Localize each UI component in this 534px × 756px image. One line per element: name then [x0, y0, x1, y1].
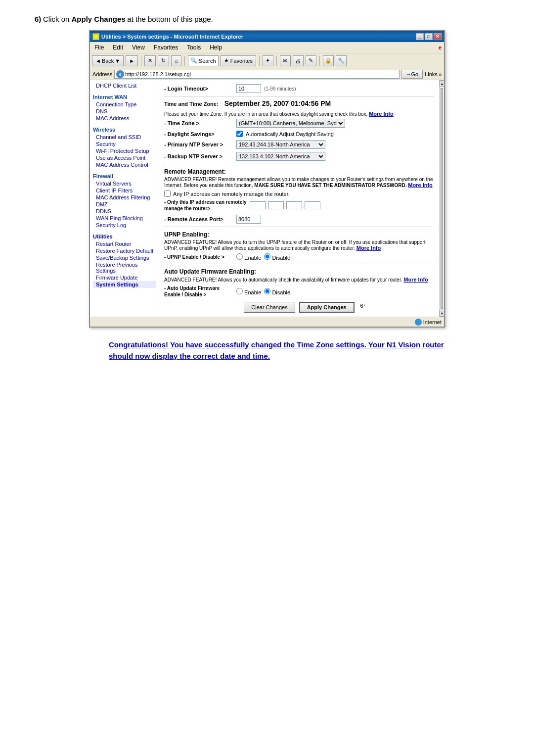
refresh-button[interactable]: ↻: [158, 55, 169, 66]
menu-file[interactable]: File: [92, 43, 106, 52]
sidebar-item-connection-type[interactable]: Connection Type: [93, 101, 156, 108]
print-button[interactable]: 🖨: [293, 55, 304, 66]
remote-more-info-link[interactable]: More Info: [408, 182, 433, 188]
menu-tools[interactable]: Tools: [185, 43, 203, 52]
timezone-select[interactable]: (GMT+10:00) Canberra, Melbourne, Sydney: [236, 119, 345, 128]
primary-ntp-select[interactable]: 192.43.244.18-North America: [236, 140, 325, 149]
auto-update-more-info-link[interactable]: More Info: [403, 277, 428, 283]
timezone-row: - Time Zone > (GMT+10:00) Canberra, Melb…: [164, 119, 434, 128]
remote-management-section: Remote Management: ADVANCED FEATURE! Rem…: [164, 168, 434, 224]
home-button[interactable]: ⌂: [171, 55, 181, 66]
auto-update-enable-radio[interactable]: [236, 288, 243, 294]
clear-changes-button[interactable]: Clear Changes: [244, 302, 295, 313]
media-button[interactable]: ✦: [263, 55, 273, 66]
apply-changes-label: Apply Changes: [307, 304, 347, 310]
auto-update-enable-text: Enable: [244, 289, 261, 295]
divider-1: [164, 96, 434, 96]
ip-box-4[interactable]: [305, 201, 320, 209]
sidebar-item-mac-address[interactable]: MAC Address: [93, 115, 156, 122]
sidebar-item-client-ip[interactable]: Client IP Filters: [93, 187, 156, 194]
daylight-checkbox[interactable]: [236, 131, 243, 137]
sidebar-item-security-log[interactable]: Security Log: [93, 222, 156, 229]
upnp-enable-radio[interactable]: [236, 253, 243, 260]
remote-any-ip-checkbox[interactable]: [164, 190, 171, 197]
home-icon: ⌂: [175, 58, 178, 64]
close-button[interactable]: ✕: [434, 33, 442, 40]
favorites-button[interactable]: ★ Favorites: [221, 55, 256, 66]
title-bar-content: e Utilities > System settings - Microsof…: [92, 33, 243, 40]
sidebar-item-dns[interactable]: DNS: [93, 108, 156, 115]
sidebar-item-system-settings[interactable]: System Settings: [93, 281, 156, 288]
sidebar-item-mac-filtering[interactable]: MAC Address Filtering: [93, 194, 156, 201]
sidebar-item-ddns[interactable]: DDNS: [93, 208, 156, 215]
sidebar-item-wifi-protected[interactable]: Wi-Fi Protected Setup: [93, 147, 156, 154]
search-icon: 🔍: [190, 57, 197, 64]
scroll-thumb[interactable]: [441, 88, 443, 309]
mail-button[interactable]: ✉: [280, 55, 291, 66]
login-timeout-input[interactable]: [236, 84, 261, 93]
ip-box-2[interactable]: [268, 201, 284, 209]
time-more-info-link[interactable]: More Info: [369, 111, 394, 117]
sidebar-item-dmz[interactable]: DMZ: [93, 201, 156, 208]
back-button[interactable]: ◄ Back ▼: [92, 55, 124, 66]
sidebar-item-channel-ssid[interactable]: Channel and SSID: [93, 134, 156, 141]
sidebar-item-dhcp[interactable]: DHCP Client List: [93, 82, 156, 89]
toolbar-sep1: [141, 56, 141, 66]
address-globe-icon: e: [116, 70, 124, 78]
minimize-button[interactable]: _: [416, 33, 424, 40]
go-label: Go: [411, 71, 419, 77]
auto-update-disable-radio[interactable]: [264, 288, 270, 294]
sidebar-item-firmware[interactable]: Firmware Update: [93, 274, 156, 281]
daylight-row: - Daylight Savings> Automatically Adjust…: [164, 131, 434, 137]
sidebar-item-save-backup[interactable]: Save/Backup Settings: [93, 254, 156, 261]
go-button[interactable]: → Go: [401, 70, 423, 79]
links-button[interactable]: Links »: [425, 71, 442, 77]
ip-box-3[interactable]: [286, 201, 302, 209]
menu-view[interactable]: View: [130, 43, 147, 52]
sidebar-item-factory-default[interactable]: Restore Factory Default: [93, 247, 156, 254]
sidebar-item-wan-ping[interactable]: WAN Ping Blocking: [93, 215, 156, 222]
step-number: 6): [35, 15, 41, 23]
time-note-text: Please set your time Zone. If you are in…: [164, 111, 367, 117]
maximize-button[interactable]: □: [425, 33, 433, 40]
remote-only-ip-row: - Only this IP address can remotelymanag…: [164, 199, 434, 212]
refresh-icon: ↻: [161, 57, 166, 64]
auto-update-enable-label: Enable: [236, 288, 261, 295]
sidebar-item-mac-control[interactable]: MAC Address Control: [93, 161, 156, 168]
tools-button[interactable]: 🔧: [336, 55, 347, 66]
toolbar-sep5: [319, 56, 320, 66]
apply-changes-button[interactable]: Apply Changes: [299, 302, 355, 313]
ip-input-group: . . .: [250, 201, 320, 209]
remote-port-input[interactable]: [236, 215, 261, 224]
auto-update-title: Auto Update Firmware Enabling:: [164, 268, 434, 275]
sidebar-item-restore-prev[interactable]: Restore Previous Settings: [93, 261, 156, 274]
remote-note-bold: MAKE SURE YOU HAVE SET THE ADMINISTRATOR…: [254, 183, 406, 188]
upnp-more-info-link[interactable]: More Info: [356, 245, 381, 251]
ip-box-1[interactable]: [250, 201, 266, 209]
search-box: 🔍 Search: [188, 55, 219, 66]
security-button[interactable]: 🔒: [323, 55, 334, 66]
browser-window: e Utilities > System settings - Microsof…: [89, 30, 445, 328]
menu-favorites[interactable]: Favorites: [152, 43, 180, 52]
forward-button[interactable]: ►: [126, 55, 138, 66]
sidebar-item-restart[interactable]: Restart Router: [93, 240, 156, 247]
address-input-container[interactable]: e http://192.168.2.1/setup.cgi: [114, 70, 399, 79]
menu-bar: File Edit View Favorites Tools Help e: [90, 42, 444, 53]
vertical-scrollbar[interactable]: ▲ ▼: [439, 80, 444, 317]
status-bar: 🌐 Internet: [90, 317, 444, 327]
menu-help[interactable]: Help: [208, 43, 224, 52]
scroll-up-button[interactable]: ▲: [440, 80, 445, 87]
sidebar-item-virtual-servers[interactable]: Virtual Servers: [93, 180, 156, 187]
sidebar-title-wireless: Wireless: [93, 127, 156, 133]
stop-icon: ✕: [148, 57, 152, 64]
stop-button[interactable]: ✕: [144, 55, 156, 66]
upnp-field-label: - UPNP Enable / Disable >: [164, 254, 233, 260]
backup-ntp-select[interactable]: 132.163.4.102-North America: [236, 152, 325, 161]
edit-button[interactable]: ✎: [306, 55, 316, 66]
sidebar-item-access-point[interactable]: Use as Access Point: [93, 154, 156, 161]
upnp-disable-radio[interactable]: [264, 253, 270, 260]
sidebar-item-security[interactable]: Security: [93, 141, 156, 147]
back-arrow-icon: ◄: [95, 58, 101, 64]
scroll-down-button[interactable]: ▼: [440, 310, 445, 317]
menu-edit[interactable]: Edit: [111, 43, 125, 52]
